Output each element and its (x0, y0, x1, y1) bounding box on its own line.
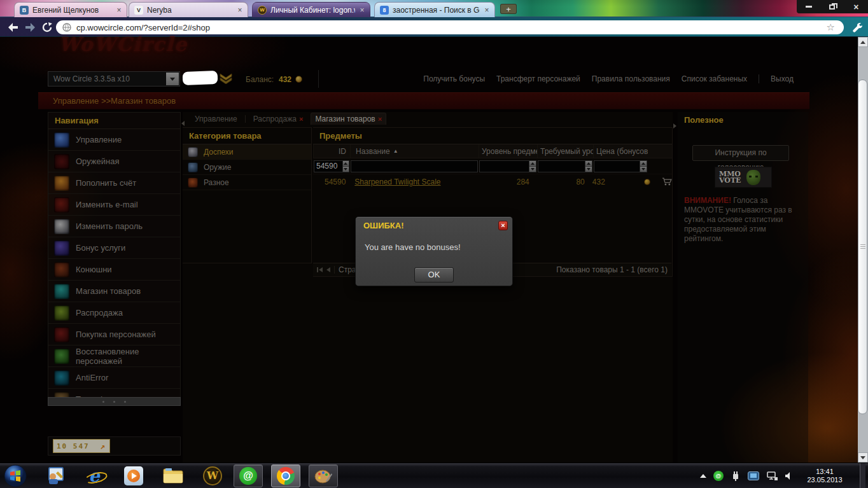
dialog-title: ОШИБКА! (363, 221, 404, 230)
start-button[interactable] (3, 464, 28, 488)
show-hidden-icons-button[interactable] (700, 474, 706, 478)
volume-icon[interactable] (785, 471, 794, 480)
ok-button[interactable]: OK (414, 267, 454, 282)
media-player-icon[interactable] (121, 464, 146, 488)
tab-title: заостренная - Поиск в Goo (393, 6, 480, 15)
graphics-app-icon[interactable] (42, 464, 67, 488)
tab-title: Личный Кабинет: logon.wo (270, 6, 355, 15)
show-desktop-button[interactable] (860, 463, 865, 488)
bookmark-star-icon[interactable]: ☆ (827, 22, 835, 33)
google-favicon-icon: 8 (380, 6, 389, 15)
reload-icon (42, 22, 52, 32)
tab-close-icon[interactable]: × (358, 6, 366, 14)
power-plug-icon[interactable] (731, 470, 741, 482)
browser-chrome: B Евгений Щелкунов × V Neryba × W Личный… (0, 0, 868, 37)
close-window-button[interactable]: × (844, 0, 868, 13)
minimize-icon (806, 6, 812, 8)
browser-tab-1[interactable]: B Евгений Щелкунов × (14, 2, 127, 17)
page-viewport: WoWCircle Wow Circle 3.3.5a x10 Баланс: … (0, 37, 868, 463)
browser-scrollbar[interactable] (858, 37, 868, 463)
taskbar: e W @ @ 13:41 23.05.2013 (0, 463, 868, 488)
vk-favicon-icon: B (20, 6, 29, 15)
taskbar-clock[interactable]: 13:41 23.05.2013 (801, 468, 849, 484)
browser-tab-active[interactable]: W Личный Кабинет: logon.wo × (252, 2, 370, 17)
scrollbar-thumb[interactable] (858, 80, 867, 414)
clock-time: 13:41 (801, 468, 849, 476)
chrome-button[interactable] (271, 464, 300, 487)
wrench-icon (853, 22, 863, 32)
back-button[interactable] (5, 20, 20, 34)
system-tray: @ 13:41 23.05.2013 (700, 463, 868, 488)
reload-button[interactable] (39, 20, 55, 34)
wow-game-icon[interactable]: W (200, 464, 225, 488)
palette-icon (314, 468, 332, 484)
windows-start-icon (4, 464, 27, 487)
caret-up-icon (860, 41, 865, 44)
dialog-message: You are have no bonuses! (365, 242, 461, 252)
browser-tab-4[interactable]: 8 заостренная - Поиск в Goo × (374, 2, 495, 17)
mailru-agent-button[interactable]: @ (234, 464, 263, 487)
browser-tab-2[interactable]: V Neryba × (129, 2, 248, 17)
thumb-grip-icon (860, 244, 865, 249)
restore-icon (829, 4, 835, 10)
new-tab-button[interactable]: + (500, 4, 517, 14)
forward-arrow-icon (25, 23, 36, 32)
tab-title: Neryba (147, 6, 233, 15)
internet-explorer-icon[interactable]: e (81, 464, 107, 488)
chrome-icon (277, 467, 295, 485)
url-text[interactable]: cp.wowcircle.com/?serverId=2#shop (76, 23, 827, 32)
paint-app-button[interactable] (309, 464, 338, 487)
display-settings-icon[interactable] (748, 471, 759, 480)
restore-button[interactable] (820, 0, 844, 13)
forward-button[interactable] (23, 20, 38, 34)
tab-title: Евгений Щелкунов (32, 6, 112, 15)
tab-close-icon[interactable]: × (236, 6, 244, 14)
page-globe-icon (62, 23, 71, 32)
tab-strip: B Евгений Щелкунов × V Neryba × W Личный… (0, 0, 868, 17)
censored-username (183, 71, 218, 85)
scroll-up-button[interactable] (858, 37, 868, 47)
tab-close-icon[interactable]: × (115, 6, 123, 14)
dialog-close-button[interactable]: × (498, 221, 508, 230)
scroll-down-button[interactable] (858, 452, 868, 463)
network-icon[interactable] (766, 471, 778, 481)
back-arrow-icon (8, 23, 18, 32)
window-controls: × (797, 0, 868, 13)
neryba-favicon-icon: V (134, 6, 143, 15)
mailru-tray-icon[interactable]: @ (713, 471, 724, 481)
minimize-button[interactable] (797, 0, 820, 13)
tab-close-icon[interactable]: × (483, 6, 491, 14)
mailru-agent-icon: @ (239, 467, 257, 485)
wow-favicon-icon: W (258, 6, 267, 15)
address-bar[interactable]: cp.wowcircle.com/?serverId=2#shop ☆ (56, 20, 844, 34)
error-dialog: ОШИБКА! × You are have no bonuses! OK (355, 216, 513, 286)
clock-date: 23.05.2013 (801, 476, 849, 484)
file-explorer-icon[interactable] (160, 464, 186, 488)
settings-wrench-button[interactable] (850, 20, 865, 35)
caret-down-icon (860, 456, 865, 459)
